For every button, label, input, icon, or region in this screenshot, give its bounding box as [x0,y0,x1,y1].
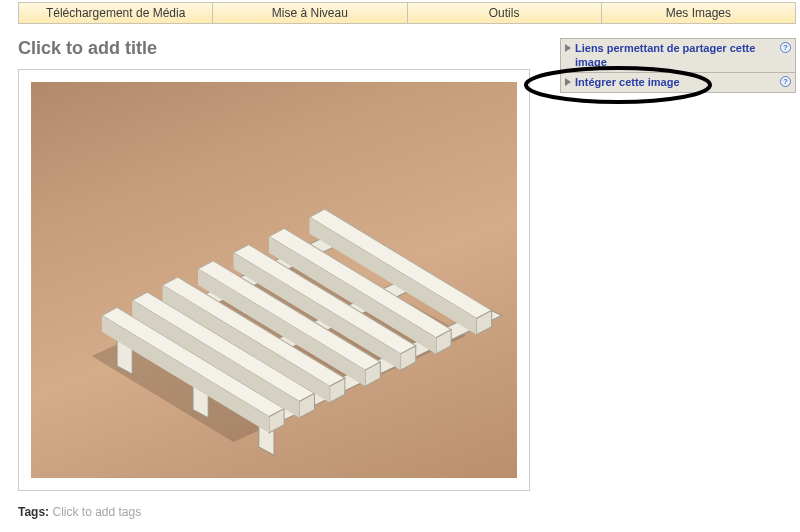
main-content: Tags: Click to add tags Liens permettant… [0,24,800,519]
nav-tabs: Téléchargement de Média Mise à Niveau Ou… [18,2,796,24]
chevron-right-icon [565,44,571,52]
tags-input[interactable]: Click to add tags [52,505,141,519]
help-icon[interactable]: ? [780,42,791,53]
tab-upload-media[interactable]: Téléchargement de Média [18,3,212,23]
image-frame [18,69,530,491]
tags-row: Tags: Click to add tags [18,505,550,519]
help-icon[interactable]: ? [780,76,791,87]
pallet-illustration [31,82,517,478]
tab-upgrade[interactable]: Mise à Niveau [212,3,406,23]
uploaded-image[interactable] [31,82,517,478]
panel-share-links[interactable]: Liens permettant de partager cette image… [560,38,796,73]
panel-embed-image[interactable]: Intégrer cette image ? [560,73,796,93]
chevron-right-icon [565,78,571,86]
left-column: Tags: Click to add tags [18,38,550,519]
panel-embed-label: Intégrer cette image [575,75,776,89]
panel-share-label: Liens permettant de partager cette image [575,41,776,69]
tab-my-images[interactable]: Mes Images [601,3,795,23]
tags-label: Tags: [18,505,49,519]
right-column: Liens permettant de partager cette image… [560,38,796,93]
title-input[interactable] [18,38,550,69]
tab-tools[interactable]: Outils [407,3,601,23]
